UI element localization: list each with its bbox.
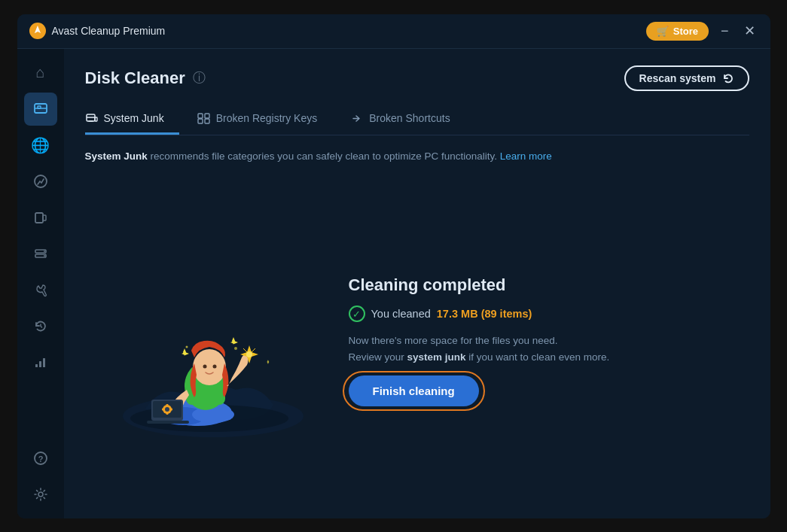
- svg-point-17: [38, 492, 43, 497]
- result-subtitle: ✓ You cleaned 17.3 MB (89 items): [349, 306, 749, 322]
- rescan-icon: [722, 72, 734, 84]
- sidebar-item-storage[interactable]: [24, 237, 57, 270]
- stats-icon: [32, 354, 49, 370]
- svg-point-46: [234, 347, 237, 350]
- sidebar-item-stats[interactable]: [24, 345, 57, 378]
- sidebar-item-device[interactable]: [24, 201, 57, 234]
- check-icon: ✓: [349, 306, 365, 322]
- history-icon: [32, 318, 49, 334]
- svg-rect-7: [43, 215, 46, 220]
- minimize-button[interactable]: −: [718, 24, 732, 38]
- cleaner-icon: [32, 101, 49, 117]
- svg-rect-25: [205, 119, 209, 123]
- close-button[interactable]: ✕: [741, 24, 758, 38]
- sidebar-item-home[interactable]: ⌂: [24, 56, 57, 90]
- desc-line2: Review your: [349, 351, 407, 363]
- page-title-row: Disk Cleaner ⓘ: [85, 68, 206, 88]
- cleaning-illustration: [85, 236, 326, 446]
- system-junk-tab-icon: [85, 112, 98, 125]
- result-title: Cleaning completed: [349, 275, 749, 295]
- illustration-area: [85, 236, 326, 446]
- page-title: Disk Cleaner: [85, 68, 185, 88]
- device-icon: [32, 209, 49, 226]
- result-description: Now there's more space for the files you…: [349, 333, 749, 365]
- svg-point-39: [165, 407, 169, 412]
- home-icon: ⌂: [35, 64, 44, 81]
- svg-rect-14: [43, 358, 45, 367]
- svg-rect-41: [169, 409, 172, 411]
- main-layout: ⌂ 🌐: [17, 49, 770, 518]
- svg-point-11: [44, 255, 45, 257]
- sidebar-item-cleaner[interactable]: [24, 93, 57, 126]
- tab-broken-shortcuts-label: Broken Shortcuts: [369, 112, 450, 124]
- svg-rect-44: [147, 421, 189, 424]
- globe-icon: 🌐: [31, 136, 50, 154]
- store-button[interactable]: 🛒 Store: [646, 22, 709, 41]
- settings-icon: [32, 486, 49, 503]
- svg-point-10: [44, 251, 45, 252]
- page-header: Disk Cleaner ⓘ Rescan system: [85, 65, 749, 91]
- result-panel: Cleaning completed ✓ You cleaned 17.3 MB…: [349, 275, 749, 406]
- broken-shortcuts-tab-icon: [350, 112, 363, 125]
- content-body: Cleaning completed ✓ You cleaned 17.3 MB…: [85, 179, 749, 503]
- description-body: recommends file categories you can safel…: [148, 150, 497, 162]
- rescan-label: Rescan system: [639, 72, 716, 84]
- rescan-button[interactable]: Rescan system: [624, 65, 749, 91]
- svg-rect-13: [39, 361, 41, 367]
- svg-rect-43: [166, 412, 168, 415]
- tools-icon: [32, 281, 49, 298]
- tab-broken-shortcuts[interactable]: Broken Shortcuts: [350, 105, 465, 135]
- tab-system-junk[interactable]: System Junk: [85, 105, 179, 135]
- help-icon: ?: [32, 450, 49, 467]
- sidebar-item-globe[interactable]: 🌐: [24, 129, 57, 162]
- finish-button-wrap: Finish cleaning: [349, 375, 479, 406]
- sidebar-item-tools[interactable]: [24, 273, 57, 306]
- svg-rect-24: [198, 119, 203, 123]
- titlebar: Avast Cleanup Premium 🛒 Store − ✕: [17, 14, 770, 49]
- main-content: Disk Cleaner ⓘ Rescan system: [64, 49, 770, 518]
- sidebar-item-settings[interactable]: [24, 478, 57, 511]
- description-strong: System Junk: [85, 150, 148, 162]
- subtitle-prefix: You cleaned: [371, 308, 431, 320]
- storage-icon: [32, 245, 49, 262]
- store-icon: 🛒: [657, 26, 669, 37]
- desc-line3: if you want to clean even more.: [466, 351, 610, 363]
- svg-point-34: [203, 365, 206, 369]
- info-icon[interactable]: ⓘ: [193, 69, 206, 87]
- desc-line1: Now there's more space for the files you…: [349, 335, 558, 346]
- sidebar-item-performance[interactable]: [24, 165, 57, 198]
- svg-text:?: ?: [38, 454, 43, 463]
- svg-point-45: [246, 351, 252, 357]
- sidebar-item-history[interactable]: [24, 309, 57, 342]
- window-controls: 🛒 Store − ✕: [646, 22, 758, 41]
- svg-rect-23: [205, 114, 209, 118]
- svg-rect-42: [166, 404, 168, 407]
- app-logo: [29, 23, 46, 39]
- desc-bold: system junk: [407, 351, 466, 363]
- svg-rect-22: [198, 114, 203, 118]
- svg-rect-21: [95, 117, 97, 121]
- svg-point-33: [193, 349, 226, 385]
- sidebar: ⌂ 🌐: [17, 49, 64, 518]
- svg-rect-40: [162, 409, 165, 411]
- sidebar-item-help[interactable]: ?: [24, 442, 57, 475]
- svg-point-30: [192, 406, 234, 423]
- svg-point-35: [212, 365, 216, 369]
- finish-cleaning-button[interactable]: Finish cleaning: [349, 375, 479, 406]
- svg-rect-12: [35, 364, 38, 367]
- tab-broken-registry-label: Broken Registry Keys: [216, 112, 318, 124]
- performance-icon: [32, 173, 49, 190]
- cleaned-amount: 17.3 MB (89 items): [437, 308, 532, 320]
- store-label: Store: [673, 26, 698, 37]
- svg-point-47: [185, 346, 188, 348]
- app-title: Avast Cleanup Premium: [52, 25, 646, 37]
- svg-rect-6: [35, 213, 43, 223]
- tabs-bar: System Junk Broken Registry Keys Br: [85, 105, 749, 135]
- broken-registry-tab-icon: [197, 112, 210, 125]
- tab-system-junk-label: System Junk: [104, 112, 164, 124]
- description-text: System Junk recommends file categories y…: [85, 149, 749, 164]
- learn-more-link[interactable]: Learn more: [500, 150, 552, 162]
- tab-broken-registry[interactable]: Broken Registry Keys: [197, 105, 333, 135]
- app-window: Avast Cleanup Premium 🛒 Store − ✕ ⌂: [17, 14, 770, 518]
